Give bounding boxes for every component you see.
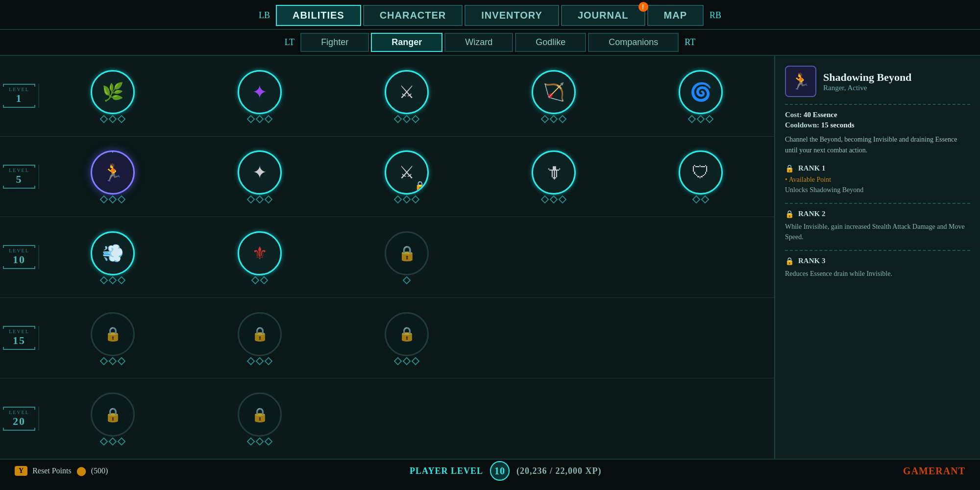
player-level-badge: 10 <box>490 461 510 481</box>
skill-node-locked[interactable]: 🔒 <box>385 231 429 275</box>
divider-2 <box>785 203 970 204</box>
rank-dots <box>248 439 271 444</box>
skill-node-locked[interactable]: 🔒 <box>91 392 135 437</box>
rank-dot <box>100 196 108 204</box>
skill-icon: 🔒 <box>104 326 122 342</box>
level-number: 10 <box>13 253 25 266</box>
level-number: 20 <box>13 415 25 428</box>
cooldown-label: Cooldown: <box>785 121 819 129</box>
lock-icon-2: 🔒 <box>785 210 794 219</box>
level-label-15: LEVEL 15 <box>0 326 39 350</box>
rank-dot <box>109 357 117 365</box>
rank-dot <box>394 115 402 123</box>
rank-dot <box>412 196 420 204</box>
rank-dot <box>100 276 108 284</box>
rank-dots <box>248 196 271 202</box>
y-button[interactable]: Y <box>15 466 27 476</box>
cost-value: 40 Essence <box>804 111 837 119</box>
skill-cost: Cost: 40 Essence <box>785 111 970 119</box>
rank-dot <box>706 115 714 123</box>
tab-inventory[interactable]: INVENTORY <box>465 5 559 26</box>
tab-journal[interactable]: JOURNAL ! <box>561 5 645 26</box>
skill-node-locked[interactable]: 🔒 <box>238 312 282 356</box>
rb-label: RB <box>706 10 725 21</box>
reset-area: Y Reset Points ⬤ (500) <box>15 466 108 476</box>
skill-node[interactable]: 🗡 <box>532 150 576 195</box>
rank-desc-3: Reduces Essence drain while Invisible. <box>785 269 970 279</box>
skill-icon: 🗡 <box>545 162 563 183</box>
rank-dots <box>248 116 271 122</box>
skill-node[interactable]: ⚔ 🔒 <box>385 150 429 195</box>
rank-dots <box>693 196 708 202</box>
bracket-bot <box>3 266 35 269</box>
skill-node-locked[interactable]: 🔒 <box>238 392 282 437</box>
rank-dot <box>688 115 696 123</box>
rank-dot <box>109 196 117 204</box>
sub-tab-fighter[interactable]: Fighter <box>300 33 369 52</box>
rank-dot <box>550 115 558 123</box>
skill-node[interactable]: 💨 <box>91 231 135 275</box>
rank-dot <box>559 115 567 123</box>
skill-node[interactable]: 🛡 <box>679 150 723 195</box>
slot-1-5: 🌀 <box>679 70 723 122</box>
slot-1-3: ⚔ <box>385 70 429 122</box>
sub-tab-companions[interactable]: Companions <box>588 33 679 52</box>
rank-dot <box>265 357 273 365</box>
lock-badge: 🔒 <box>415 180 425 191</box>
rank-dot <box>109 115 117 123</box>
level-label-20: LEVEL 20 <box>0 407 39 431</box>
sub-navigation: LT Fighter Ranger Wizard Godlike Compani… <box>0 30 980 56</box>
main-layout: LEVEL 1 🌿 <box>0 56 980 459</box>
level-rows: LEVEL 1 🌿 <box>0 56 774 459</box>
slot-5-5: 🛡 <box>679 150 723 202</box>
sub-tab-wizard[interactable]: Wizard <box>444 33 513 52</box>
level-row-20: LEVEL 20 🔒 <box>0 378 774 459</box>
slot-1-2: ✦ <box>238 70 282 122</box>
rank-dots <box>252 277 267 283</box>
rank-section-2: 🔒 RANK 2 While Invisible, gain increased… <box>785 210 970 242</box>
rank-unlock-text: Unlocks Shadowing Beyond <box>785 185 970 195</box>
tab-character[interactable]: CHARACTER <box>363 5 463 26</box>
skill-node[interactable]: ⚔ <box>385 70 429 114</box>
skill-node[interactable]: 🏹 <box>532 70 576 114</box>
skill-node-locked[interactable]: 🔒 <box>91 312 135 356</box>
xp-current: 20,236 <box>520 466 547 476</box>
skill-node[interactable]: 🌿 <box>91 70 135 114</box>
sub-tab-godlike[interactable]: Godlike <box>515 33 586 52</box>
rank-label-2: RANK 2 <box>798 210 825 218</box>
skill-title-area: Shadowing Beyond Ranger, Active <box>823 71 911 92</box>
rank-dots <box>395 196 418 202</box>
divider <box>785 104 970 105</box>
skill-icon: 🛡 <box>692 162 710 183</box>
rank-dot <box>403 357 411 365</box>
rank-section-3: 🔒 RANK 3 Reduces Essence drain while Inv… <box>785 257 970 279</box>
level-row-1: LEVEL 1 🌿 <box>0 56 774 137</box>
skill-node-locked[interactable]: 🔒 <box>385 312 429 356</box>
slot-20-1: 🔒 <box>91 392 135 444</box>
slot-15-3: 🔒 <box>385 312 429 364</box>
skill-icon: 🔒 <box>398 326 416 342</box>
tab-map[interactable]: MAP <box>647 5 704 26</box>
rank-dots <box>689 116 712 122</box>
rank-dot <box>247 438 255 446</box>
slots-grid-1: 🌿 ✦ <box>39 65 774 127</box>
skill-node-shadowing[interactable]: ▼ 🏃 <box>91 150 135 195</box>
rank-dot <box>265 115 273 123</box>
slot-1-1: 🌿 <box>91 70 135 122</box>
rank-dot <box>403 276 411 284</box>
slot-15-1: 🔒 <box>91 312 135 364</box>
slot-5-4: 🗡 <box>532 150 576 202</box>
sub-tab-ranger[interactable]: Ranger <box>371 33 442 52</box>
skill-node[interactable]: ⚜ <box>238 231 282 275</box>
skill-description: Channel the Beyond, becoming Invisible a… <box>785 134 970 156</box>
skill-icon: ✦ <box>252 162 267 183</box>
skill-node[interactable]: 🌀 <box>679 70 723 114</box>
player-level-value: 10 <box>494 466 505 477</box>
tab-abilities[interactable]: ABILITIES <box>276 5 361 26</box>
skill-node[interactable]: ✦ <box>238 70 282 114</box>
slot-5-3: ⚔ 🔒 <box>385 150 429 202</box>
top-navigation: LB ABILITIES CHARACTER INVENTORY JOURNAL… <box>0 0 980 30</box>
rank-section-1: 🔒 RANK 1 • Available Point Unlocks Shado… <box>785 164 970 195</box>
skill-node[interactable]: ✦ <box>238 150 282 195</box>
rank-dot <box>109 276 117 284</box>
